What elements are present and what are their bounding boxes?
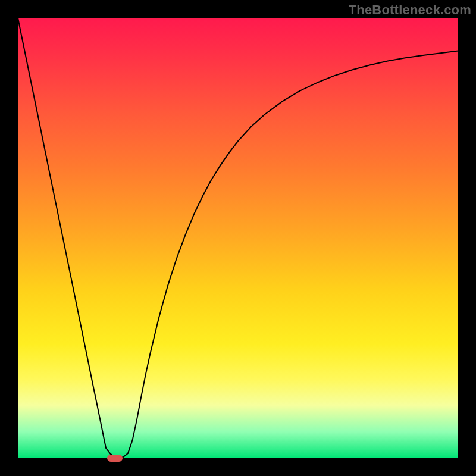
plot-area [18, 18, 458, 458]
chart-frame: TheBottleneck.com [0, 0, 476, 476]
bottleneck-curve [18, 18, 458, 458]
curve-svg [18, 18, 458, 458]
minimum-marker [107, 455, 123, 462]
watermark-text: TheBottleneck.com [349, 2, 471, 18]
